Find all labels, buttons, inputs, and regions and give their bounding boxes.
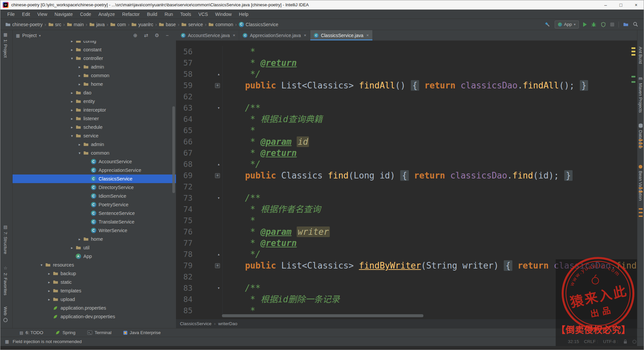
tree-item-static[interactable]: ▸static	[13, 278, 176, 286]
tree-item-controller[interactable]: ▾controller	[13, 54, 176, 63]
code-line[interactable]: 68▴ */	[176, 159, 637, 170]
breadcrumb-item-com[interactable]: com	[109, 22, 127, 27]
tree-collapsed-icon[interactable]: ▸	[76, 142, 83, 147]
breadcrumb-item-base[interactable]: base	[158, 22, 177, 27]
menu-item-file[interactable]: File	[4, 10, 19, 19]
code-line[interactable]: 63▾ /**	[176, 102, 637, 114]
tree-item-listener[interactable]: ▸listener	[13, 114, 176, 123]
tree-item-application.properties[interactable]: application.properties	[13, 304, 176, 312]
project-structure-icon[interactable]	[623, 22, 628, 27]
chevron-down-icon[interactable]: ▾	[39, 34, 41, 37]
code-line[interactable]: 59+ public List<Classics> findAll() { re…	[176, 80, 637, 91]
fold-marker-icon[interactable]: +	[193, 170, 222, 181]
fold-marker-icon[interactable]: ▾	[193, 102, 222, 114]
tree-item-backup[interactable]: ▸backup	[13, 269, 176, 278]
fold-end-icon[interactable]: ▴	[217, 159, 220, 170]
search-icon[interactable]	[633, 22, 638, 27]
fold-marker-icon[interactable]: ▴	[193, 69, 222, 80]
breadcrumb-item-chinese-poetry[interactable]: chinese-poetry	[4, 22, 44, 27]
tool-window-button-6-todo[interactable]: ▤6: TODO	[20, 330, 43, 335]
tree-item-App[interactable]: AApp	[13, 252, 176, 261]
menu-item-tools[interactable]: Tools	[177, 10, 195, 19]
tree-item-schedule[interactable]: ▸schedule	[13, 123, 176, 131]
tree-collapsed-icon[interactable]: ▸	[46, 289, 52, 293]
tree-collapsed-icon[interactable]: ▸	[69, 246, 75, 250]
menu-item-analyze[interactable]: Analyze	[95, 10, 119, 19]
tool-window-button-2-favorites[interactable]: ☆2: Favorites	[3, 266, 8, 295]
tree-item-PoetryService[interactable]: CPoetryService	[13, 200, 176, 209]
editor-tab-AppreciationService.java[interactable]: CAppreciationService.java×	[239, 30, 310, 40]
tree-item-resources[interactable]: ▾resources	[13, 261, 176, 269]
tree-expanded-icon[interactable]: ▾	[76, 151, 83, 155]
tree-collapsed-icon[interactable]: ▸	[69, 108, 75, 112]
tool-window-button-ant-build[interactable]: Ant Build	[638, 47, 643, 64]
tree-collapsed-icon[interactable]: ▸	[69, 48, 75, 52]
menu-item-window[interactable]: Window	[212, 10, 236, 19]
tool-window-button-web[interactable]: Web	[3, 307, 8, 322]
tree-item-upload[interactable]: ▸upload	[13, 295, 176, 304]
code-line[interactable]: 78▴ */	[176, 249, 637, 260]
locate-target-icon[interactable]: ⊕	[133, 32, 138, 38]
close-tab-icon[interactable]: ×	[233, 33, 236, 38]
tree-collapsed-icon[interactable]: ▸	[76, 237, 83, 241]
maximize-button[interactable]: □	[613, 0, 628, 9]
tree-collapsed-icon[interactable]: ▸	[46, 297, 52, 302]
close-tab-icon[interactable]: ×	[304, 33, 307, 38]
tree-collapsed-icon[interactable]: ▸	[76, 74, 83, 78]
gear-icon[interactable]: ⚙	[155, 32, 159, 38]
code-line[interactable]: 74 * 根据作者名查询	[176, 204, 637, 215]
code-line[interactable]: 67 * @return	[176, 147, 637, 159]
tree-collapsed-icon[interactable]: ▸	[69, 99, 75, 104]
tool-window-button-spring[interactable]: Spring	[55, 330, 75, 335]
project-panel-title[interactable]: Project	[22, 33, 37, 38]
tree-item-admin[interactable]: ▸admin	[13, 140, 176, 149]
tree-item-WriterService[interactable]: CWriterService	[13, 226, 176, 235]
run-button[interactable]	[583, 22, 587, 27]
run-config-select[interactable]: App ▾	[555, 21, 579, 28]
debug-bug-icon[interactable]	[591, 22, 596, 27]
menu-item-code[interactable]: Code	[76, 10, 95, 19]
collapse-expand-icon[interactable]: ⇄	[144, 32, 148, 38]
tree-item-interceptor[interactable]: ▸interceptor	[13, 106, 176, 114]
fold-collapsed-icon[interactable]: +	[215, 263, 220, 268]
tree-item-TranslateService[interactable]: CTranslateService	[13, 218, 176, 226]
tree-item-admin[interactable]: ▸admin	[13, 63, 176, 71]
editor-breadcrumb-item-ClassicsService[interactable]: ClassicsService	[180, 321, 211, 326]
code-line[interactable]: 73▾ /**	[176, 192, 637, 204]
breadcrumb-item-yuanlrc[interactable]: yuanlrc	[130, 22, 154, 27]
breadcrumb-item-service[interactable]: service	[180, 22, 204, 27]
breadcrumb-item-src[interactable]: src	[47, 22, 63, 27]
tree-collapsed-icon[interactable]: ▸	[76, 82, 83, 86]
fold-end-icon[interactable]: ▴	[217, 69, 220, 80]
tree-item-entity[interactable]: ▸entity	[13, 97, 176, 106]
fold-marker-icon[interactable]: +	[193, 80, 222, 91]
fold-collapsed-icon[interactable]: +	[215, 173, 220, 178]
fold-start-icon[interactable]: ▾	[217, 192, 220, 204]
menu-item-navigate[interactable]: Navigate	[51, 10, 76, 19]
tree-item-SentenceService[interactable]: CSentenceService	[13, 209, 176, 218]
tree-item-home[interactable]: ▸home	[13, 235, 176, 243]
tree-collapsed-icon[interactable]: ▸	[69, 91, 75, 95]
build-hammer-icon[interactable]	[544, 22, 550, 27]
tool-window-button-7-structure[interactable]: ▤7: Structure	[3, 225, 8, 254]
horizontal-scrollbar[interactable]	[222, 314, 423, 317]
tree-item-service[interactable]: ▾service	[13, 131, 176, 140]
code-line[interactable]: 57 * @return	[176, 57, 637, 69]
tree-expanded-icon[interactable]: ▾	[38, 263, 45, 267]
menu-item-run[interactable]: Run	[161, 10, 177, 19]
breadcrumb-item-main[interactable]: main	[66, 22, 85, 27]
minimize-button[interactable]: –	[598, 0, 613, 9]
tree-collapsed-icon[interactable]: ▸	[46, 280, 52, 284]
tool-window-button-java-enterprise[interactable]: Java Enterprise	[123, 330, 161, 335]
project-tree-scrollbar[interactable]	[172, 106, 175, 193]
fold-marker-icon[interactable]: ▾	[193, 282, 222, 294]
tool-window-button-terminal[interactable]: >_Terminal	[87, 330, 111, 335]
menu-item-refactor[interactable]: Refactor	[118, 10, 143, 19]
code-line[interactable]: 75 *	[176, 215, 637, 226]
hide-panel-icon[interactable]: −	[166, 32, 169, 38]
tool-window-button-bean-validation[interactable]: Bean Validation	[638, 165, 643, 201]
fold-start-icon[interactable]: ▾	[217, 282, 220, 294]
tree-item-common[interactable]: ▾common	[13, 149, 176, 157]
editor-tab-ClassicsService.java[interactable]: CClassicsService.java×	[310, 30, 373, 40]
menu-item-edit[interactable]: Edit	[19, 10, 34, 19]
